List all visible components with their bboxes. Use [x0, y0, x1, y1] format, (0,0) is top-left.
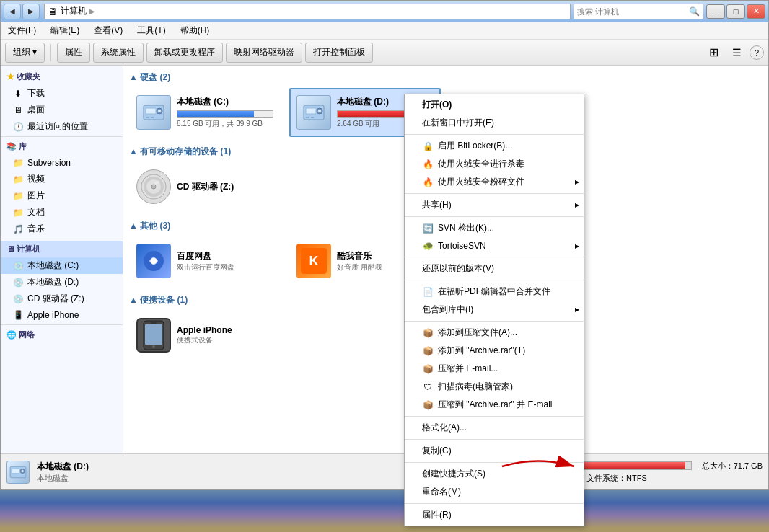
ctx-sep-10 — [405, 503, 584, 504]
uninstall-button[interactable]: 卸载或更改程序 — [146, 43, 223, 63]
drive-c-row: 本地磁盘 (C:) 8.15 GB 可用，共 39.9 GB — [136, 95, 273, 130]
sidebar-item-desktop[interactable]: 🖥 桌面 — [1, 102, 123, 118]
menu-edit[interactable]: 编辑(E) — [46, 23, 84, 38]
menu-tools[interactable]: 工具(T) — [133, 23, 170, 38]
help-button[interactable]: ? — [750, 45, 764, 60]
sidebar-section-library[interactable]: 📚 库 — [1, 138, 123, 155]
iphone-item[interactable]: Apple iPhone 便携式设备 — [129, 311, 273, 360]
kuwo-name: 酷我音乐 — [337, 250, 382, 262]
menu-bar: 文件(F) 编辑(E) 查看(V) 工具(T) 帮助(H) — [1, 22, 768, 40]
toolbar-separator — [50, 44, 51, 61]
svg-point-3 — [158, 110, 161, 112]
ctx-sep-1 — [405, 134, 584, 135]
status-drive-icon — [6, 461, 30, 484]
sidebar-item-documents[interactable]: 📁 文档 — [1, 204, 123, 221]
sidebar-item-downloads[interactable]: ⬇ 下载 — [1, 85, 123, 102]
sidebar-section-computer[interactable]: 🖥 计算机 — [1, 241, 123, 257]
svg-point-9 — [318, 110, 321, 112]
drive-c-size: 8.15 GB 可用，共 39.9 GB — [177, 119, 273, 129]
documents-icon: 📁 — [12, 207, 24, 218]
search-input[interactable] — [577, 7, 689, 16]
ctx-tortoisesvn[interactable]: 🐢TortoiseSVN — [405, 237, 584, 254]
maximize-button[interactable]: □ — [726, 4, 745, 19]
ctx-scan-virus[interactable]: 🛡扫描病毒(电脑管家) — [405, 378, 584, 396]
back-button[interactable]: ◀ — [4, 4, 21, 19]
desktop-icon: 🖥 — [12, 105, 24, 116]
sidebar-item-music[interactable]: 🎵 音乐 — [1, 221, 123, 237]
map-drive-button[interactable]: 映射网络驱动器 — [226, 43, 302, 63]
foxit-icon: 📄 — [422, 286, 434, 298]
view-list-button[interactable]: ☰ — [726, 44, 747, 61]
cd-info: CD 驱动器 (Z:) — [177, 181, 266, 193]
svn-icon: 🔄 — [422, 223, 434, 234]
ctx-open-new-window[interactable]: 在新窗口中打开(E) — [405, 114, 584, 132]
sidebar-item-pictures[interactable]: 📁 图片 — [1, 187, 123, 204]
system-properties-button[interactable]: 系统属性 — [93, 43, 144, 63]
ctx-svn-checkout[interactable]: 🔄SVN 检出(K)... — [405, 219, 584, 237]
menu-help[interactable]: 帮助(H) — [176, 23, 214, 38]
archive-icon-1: 📦 — [422, 327, 434, 339]
sidebar-item-drive-d[interactable]: 💿 本地磁盘 (D:) — [1, 274, 123, 291]
path-label: 计算机 — [61, 5, 87, 17]
drive-c-item[interactable]: 本地磁盘 (C:) 8.15 GB 可用，共 39.9 GB — [129, 88, 281, 137]
close-button[interactable]: ✕ — [747, 4, 765, 19]
svg-rect-21 — [145, 324, 162, 345]
menu-file[interactable]: 文件(F) — [4, 23, 40, 38]
svg-rect-5 — [151, 117, 154, 118]
ctx-antivirus[interactable]: 🔥使用火绒安全进行杀毒 — [405, 155, 584, 173]
sidebar-divider-2 — [1, 239, 123, 239]
sidebar-item-iphone[interactable]: 📱 Apple iPhone — [1, 307, 123, 323]
sidebar-item-drive-c[interactable]: 💿 本地磁盘 (C:) — [1, 257, 123, 274]
svg-rect-10 — [306, 117, 309, 118]
path-icon: 🖥 — [48, 6, 58, 17]
svg-rect-1 — [146, 108, 156, 114]
ctx-format[interactable]: 格式化(A)... — [405, 419, 584, 437]
ctx-foxit-merge[interactable]: 📄在福昕PDF编辑器中合并文件 — [405, 283, 584, 301]
ctx-compress-email-rar[interactable]: 📦压缩到 "Archive.rar" 并 E-mail — [405, 396, 584, 414]
ctx-add-archive-rar[interactable]: 📦添加到 "Archive.rar"(T) — [405, 342, 584, 360]
sidebar-section-network[interactable]: 🌐 网络 — [1, 327, 123, 343]
toolbar: 组织 ▾ 属性 系统属性 卸载或更改程序 映射网络驱动器 打开控制面板 ⊞ ☰ … — [1, 40, 768, 66]
ctx-rename[interactable]: 重命名(M) — [405, 483, 584, 501]
view-toggle-button[interactable]: ⊞ — [703, 44, 724, 61]
toolbar-right: ⊞ ☰ ? — [703, 44, 764, 61]
svg-rect-4 — [146, 117, 149, 118]
ctx-compress-email[interactable]: 📦压缩并 E-mail... — [405, 360, 584, 378]
ctx-bitlocker[interactable]: 🔒启用 BitLocker(B)... — [405, 137, 584, 155]
svg-point-27 — [22, 469, 24, 471]
sidebar-item-drive-z[interactable]: 💿 CD 驱动器 (Z:) — [1, 291, 123, 307]
search-box[interactable]: 🔍 — [574, 4, 703, 19]
ctx-share[interactable]: 共享(H) — [405, 196, 584, 214]
sidebar-item-videos[interactable]: 📁 视频 — [1, 171, 123, 187]
ctx-open[interactable]: 打开(O) — [405, 96, 584, 114]
ctx-sep-7 — [405, 416, 584, 417]
cd-icon — [136, 169, 171, 204]
sidebar-item-recent[interactable]: 🕐 最近访问的位置 — [1, 118, 123, 135]
menu-view[interactable]: 查看(V) — [89, 23, 127, 38]
status-total-label: 总大小：71.7 GB — [702, 461, 763, 471]
scan-icon: 🛡 — [422, 381, 434, 393]
ctx-sep-6 — [405, 321, 584, 322]
properties-button[interactable]: 属性 — [57, 43, 90, 63]
sidebar-item-subversion[interactable]: 📁 Subversion — [1, 155, 123, 171]
minimize-button[interactable]: ─ — [706, 4, 725, 19]
cd-drive-item[interactable]: CD 驱动器 (Z:) — [129, 162, 273, 211]
hard-disks-section-header[interactable]: ▲ 硬盘 (2) — [129, 71, 763, 84]
control-panel-button[interactable]: 打开控制面板 — [305, 43, 373, 63]
address-bar[interactable]: 🖥 计算机 ▶ — [44, 4, 571, 19]
ctx-include-library[interactable]: 包含到库中(I) — [405, 301, 584, 319]
ctx-shred[interactable]: 🔥使用火绒安全粉碎文件 — [405, 173, 584, 191]
ctx-sep-4 — [405, 257, 584, 257]
sidebar-section-favorites[interactable]: ★ 收藏夹 — [1, 68, 123, 85]
ctx-add-archive[interactable]: 📦添加到压缩文件(A)... — [405, 324, 584, 342]
iphone-sub: 便携式设备 — [177, 335, 232, 345]
ctx-properties[interactable]: 属性(R) — [405, 506, 584, 524]
forward-button[interactable]: ▶ — [22, 4, 40, 19]
baidu-pan-item[interactable]: 百度网盘 双击运行百度网盘 — [129, 236, 281, 285]
ctx-sep-8 — [405, 439, 584, 440]
ctx-restore-version[interactable]: 还原以前的版本(V) — [405, 260, 584, 278]
organize-button[interactable]: 组织 ▾ — [5, 43, 45, 63]
iphone-device-icon — [136, 318, 171, 353]
drive-z-icon: 💿 — [12, 293, 24, 305]
ctx-sep-5 — [405, 280, 584, 280]
